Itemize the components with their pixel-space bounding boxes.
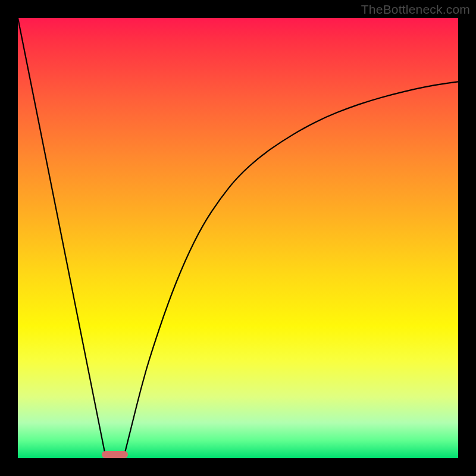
plot-area (18, 18, 458, 458)
curve-right-branch (124, 82, 458, 458)
curve-left-branch (18, 18, 106, 458)
watermark-text: TheBottleneck.com (361, 2, 470, 17)
curve-svg (18, 18, 458, 458)
optimal-marker (102, 451, 128, 458)
chart-frame: TheBottleneck.com (0, 0, 476, 476)
